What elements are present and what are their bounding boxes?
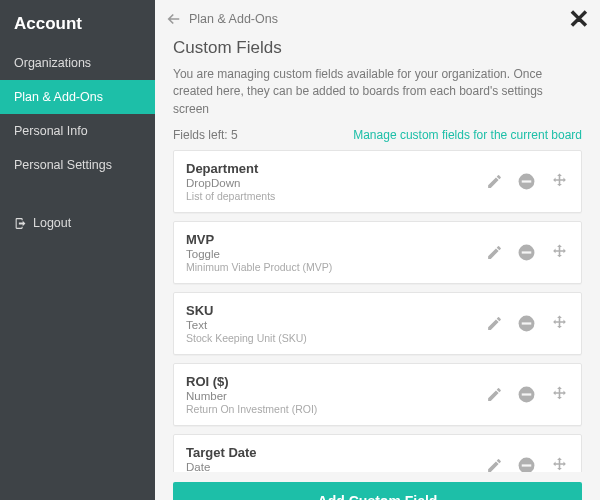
field-type: Date (186, 461, 337, 472)
field-row: MVPToggleMinimum Viable Product (MVP) (173, 221, 582, 284)
breadcrumb-label: Plan & Add-Ons (189, 12, 278, 26)
field-info: ROI ($)NumberReturn On Investment (ROI) (186, 374, 317, 415)
remove-icon[interactable] (517, 456, 536, 472)
field-description: Return On Investment (ROI) (186, 403, 317, 415)
signout-icon (14, 217, 27, 230)
field-type: Number (186, 390, 317, 402)
field-actions (486, 314, 569, 333)
add-custom-field-button[interactable]: Add Custom Field (173, 482, 582, 500)
field-actions (486, 243, 569, 262)
field-name: ROI ($) (186, 374, 317, 389)
logout-label: Logout (33, 216, 71, 230)
field-row: SKUTextStock Keeping Unit (SKU) (173, 292, 582, 355)
sidebar-item-label: Personal Info (14, 124, 88, 138)
move-icon[interactable] (550, 172, 569, 191)
remove-icon[interactable] (517, 385, 536, 404)
field-type: Toggle (186, 248, 332, 260)
sidebar-title: Account (0, 0, 155, 46)
field-type: Text (186, 319, 307, 331)
main-panel: ✕ Plan & Add-Ons Custom Fields You are m… (155, 0, 600, 500)
field-info: SKUTextStock Keeping Unit (SKU) (186, 303, 307, 344)
field-info: Target DateDateDate expected by our cust… (186, 445, 337, 472)
sidebar-item-personal-info[interactable]: Personal Info (0, 114, 155, 148)
edit-icon[interactable] (486, 244, 503, 261)
field-actions (486, 456, 569, 472)
sidebar-item-organizations[interactable]: Organizations (0, 46, 155, 80)
manage-fields-link[interactable]: Manage custom fields for the current boa… (353, 128, 582, 142)
field-name: Target Date (186, 445, 337, 460)
field-name: SKU (186, 303, 307, 318)
remove-icon[interactable] (517, 172, 536, 191)
remove-icon[interactable] (517, 243, 536, 262)
move-icon[interactable] (550, 385, 569, 404)
field-info: DepartmentDropDownList of departments (186, 161, 275, 202)
field-name: MVP (186, 232, 332, 247)
move-icon[interactable] (550, 456, 569, 472)
svg-rect-1 (522, 181, 532, 183)
move-icon[interactable] (550, 243, 569, 262)
field-actions (486, 385, 569, 404)
field-info: MVPToggleMinimum Viable Product (MVP) (186, 232, 332, 273)
edit-icon[interactable] (486, 457, 503, 472)
field-name: Department (186, 161, 275, 176)
page-description: You are managing custom fields available… (173, 66, 582, 118)
edit-icon[interactable] (486, 315, 503, 332)
field-row: DepartmentDropDownList of departments (173, 150, 582, 213)
sidebar-item-personal-settings[interactable]: Personal Settings (0, 148, 155, 182)
svg-rect-9 (522, 465, 532, 467)
sidebar-item-label: Personal Settings (14, 158, 112, 172)
field-description: Stock Keeping Unit (SKU) (186, 332, 307, 344)
logout-button[interactable]: Logout (0, 206, 155, 240)
svg-rect-5 (522, 323, 532, 325)
field-description: List of departments (186, 190, 275, 202)
close-icon[interactable]: ✕ (568, 6, 590, 32)
field-description: Minimum Viable Product (MVP) (186, 261, 332, 273)
fields-left-label: Fields left: 5 (173, 128, 238, 142)
back-arrow-icon[interactable] (165, 10, 183, 28)
field-actions (486, 172, 569, 191)
sidebar-item-label: Organizations (14, 56, 91, 70)
edit-icon[interactable] (486, 173, 503, 190)
sidebar-item-label: Plan & Add-Ons (14, 90, 103, 104)
remove-icon[interactable] (517, 314, 536, 333)
sidebar-item-plan-add-ons[interactable]: Plan & Add-Ons (0, 80, 155, 114)
custom-fields-list: DepartmentDropDownList of departmentsMVP… (173, 150, 582, 472)
field-row: Target DateDateDate expected by our cust… (173, 434, 582, 472)
edit-icon[interactable] (486, 386, 503, 403)
field-row: ROI ($)NumberReturn On Investment (ROI) (173, 363, 582, 426)
move-icon[interactable] (550, 314, 569, 333)
sidebar: Account OrganizationsPlan & Add-OnsPerso… (0, 0, 155, 500)
page-title: Custom Fields (173, 38, 582, 58)
svg-rect-7 (522, 394, 532, 396)
breadcrumb: Plan & Add-Ons (155, 0, 600, 34)
field-type: DropDown (186, 177, 275, 189)
svg-rect-3 (522, 252, 532, 254)
